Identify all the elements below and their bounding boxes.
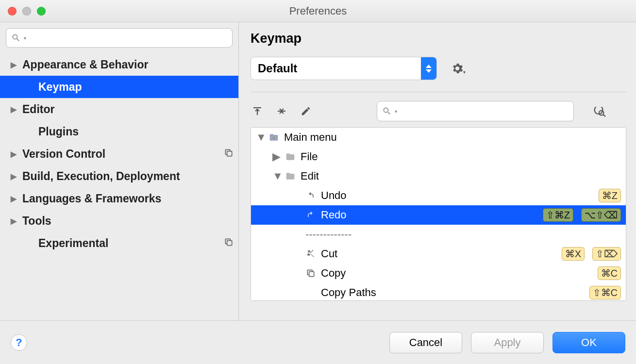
disclosure-arrow-icon: ▶	[11, 149, 17, 159]
shortcut-badge: ⌘X	[562, 247, 585, 261]
copy-settings-icon	[224, 237, 234, 250]
sidebar-item-tools[interactable]: ▶Tools	[0, 210, 238, 232]
cancel-button[interactable]: Cancel	[389, 332, 462, 353]
cut-icon	[305, 249, 316, 259]
search-icon	[382, 106, 392, 116]
copy-icon	[305, 268, 316, 278]
tree-item-label: Redo	[321, 209, 535, 221]
shortcut-badge: ⌘Z	[599, 189, 621, 202]
keymap-scheme-value: Default	[258, 62, 297, 75]
shortcut-badge: ⇧⌦	[592, 247, 621, 261]
tree-item-label: Cut	[321, 248, 554, 260]
disclosure-arrow-icon: ▶	[11, 194, 17, 203]
sidebar-search-input[interactable]: ▾	[6, 28, 233, 48]
shortcut-badge: ⇧⌘C	[589, 286, 621, 299]
shortcut-badge: ⌘C	[598, 266, 621, 280]
keymap-actions-gear-button[interactable]: ▾	[451, 62, 466, 75]
shortcut-badge: ⇧⌘Z	[543, 208, 573, 222]
ok-button[interactable]: OK	[552, 332, 625, 353]
folder-icon	[285, 171, 296, 181]
expand-all-button[interactable]	[251, 104, 264, 118]
chevron-down-icon: ▾	[463, 69, 466, 75]
menu-icon	[268, 132, 279, 142]
disclosure-arrow-icon: ▶	[11, 216, 17, 226]
action-search-input[interactable]: ▾	[377, 101, 574, 121]
dropdown-stepper-icon	[421, 57, 436, 80]
sidebar-item-label: Experimental	[38, 237, 108, 250]
settings-sidebar: ▾ ▶Appearance & BehaviorKeymap▶EditorPlu…	[0, 22, 239, 320]
sidebar-item-plugins[interactable]: Plugins	[0, 120, 238, 143]
svg-rect-7	[271, 137, 272, 138]
collapse-all-button[interactable]	[275, 104, 288, 118]
tree-item-label: File	[301, 150, 621, 163]
tree-copy[interactable]: Copy⌘C	[251, 264, 626, 283]
search-dropdown-arrow: ▾	[24, 35, 26, 41]
copy-settings-icon	[224, 148, 234, 161]
tree-item-label: Main menu	[284, 131, 621, 144]
tree-undo[interactable]: Undo⌘Z	[251, 186, 626, 205]
edit-shortcut-button[interactable]	[299, 104, 313, 118]
redo-icon	[305, 211, 316, 219]
keymap-scheme-select[interactable]: Default	[251, 57, 437, 80]
svg-rect-8	[273, 137, 274, 138]
sidebar-item-label: Plugins	[38, 125, 79, 138]
page-heading: Keymap	[251, 31, 626, 46]
svg-rect-9	[309, 272, 314, 277]
disclosure-arrow-icon: ▶	[11, 60, 17, 69]
sidebar-item-label: Version Control	[22, 148, 105, 161]
svg-rect-0	[227, 151, 232, 156]
sidebar-item-label: Appearance & Behavior	[22, 58, 148, 71]
help-button[interactable]: ?	[11, 334, 27, 351]
tree-item-label: Copy Paths	[321, 286, 582, 299]
sidebar-item-keymap[interactable]: Keymap	[0, 76, 238, 98]
content-pane: Keymap Default ▾ ▾	[239, 22, 636, 320]
disclosure-arrow-icon: ▶	[11, 172, 17, 181]
tree-separator: -------------	[251, 225, 626, 244]
shortcut-badge: ⌥⇧⌫	[581, 208, 621, 222]
disclosure-arrow-icon: ▼	[256, 131, 264, 144]
tree-item-label: Edit	[301, 170, 621, 182]
dialog-footer: ? Cancel Apply OK	[0, 320, 636, 364]
sidebar-item-experimental[interactable]: Experimental	[0, 232, 238, 254]
undo-icon	[305, 191, 316, 200]
sidebar-item-languages-frameworks[interactable]: ▶Languages & Frameworks	[0, 187, 238, 210]
find-by-shortcut-button[interactable]	[591, 103, 606, 119]
svg-line-6	[603, 115, 605, 116]
sidebar-item-label: Editor	[22, 103, 54, 116]
sidebar-item-label: Build, Execution, Deployment	[22, 170, 180, 183]
tree-item-label: Copy	[321, 267, 590, 280]
tree-main-menu[interactable]: ▼Main menu	[251, 128, 626, 147]
tree-copy-paths[interactable]: Copy Paths⇧⌘C	[251, 283, 626, 301]
tree-cut[interactable]: Cut⌘X⇧⌦	[251, 244, 626, 264]
svg-rect-1	[227, 240, 232, 245]
tree-item-label: Undo	[321, 189, 591, 202]
tree-item-label: -------------	[305, 228, 621, 241]
search-dropdown-arrow: ▾	[395, 109, 397, 114]
sidebar-item-build-execution-deployment[interactable]: ▶Build, Execution, Deployment	[0, 165, 238, 187]
divider	[251, 92, 626, 92]
sidebar-item-editor[interactable]: ▶Editor	[0, 98, 238, 120]
tree-file[interactable]: ▶File	[251, 147, 626, 166]
sidebar-item-version-control[interactable]: ▶Version Control	[0, 143, 238, 165]
sidebar-item-label: Languages & Frameworks	[22, 192, 161, 205]
disclosure-arrow-icon: ▶	[11, 105, 17, 114]
tree-redo[interactable]: Redo⇧⌘Z⌥⇧⌫	[251, 205, 626, 225]
apply-button[interactable]: Apply	[471, 332, 544, 353]
sidebar-item-appearance-behavior[interactable]: ▶Appearance & Behavior	[0, 53, 238, 76]
keymap-tree[interactable]: ▼Main menu▶File▼EditUndo⌘ZRedo⇧⌘Z⌥⇧⌫----…	[251, 127, 626, 301]
sidebar-item-label: Keymap	[38, 81, 82, 94]
window-title: Preferences	[0, 5, 636, 17]
folder-icon	[285, 152, 296, 162]
tree-edit[interactable]: ▼Edit	[251, 166, 626, 186]
disclosure-arrow-icon: ▶	[272, 150, 280, 163]
titlebar: Preferences	[0, 0, 636, 22]
search-icon	[11, 33, 21, 43]
sidebar-item-label: Tools	[22, 215, 51, 228]
disclosure-arrow-icon: ▼	[272, 170, 280, 182]
